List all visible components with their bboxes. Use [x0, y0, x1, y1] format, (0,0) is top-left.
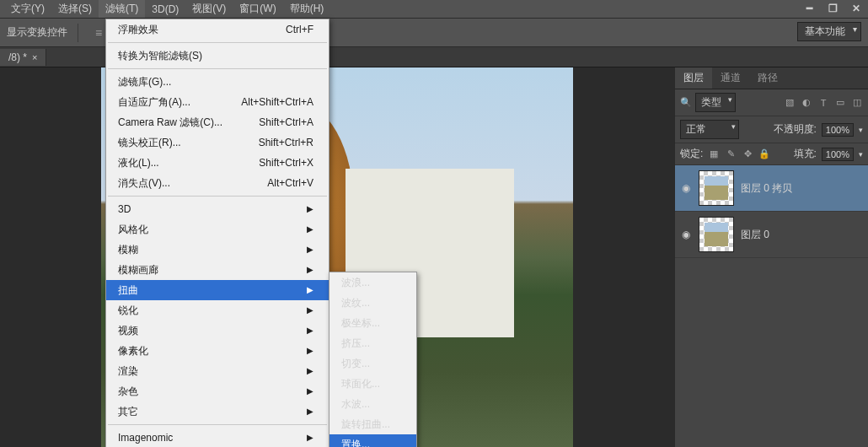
submenu-arrow-icon: ▶: [307, 405, 313, 418]
submenu-item[interactable]: 水波...: [330, 394, 416, 414]
menu-text[interactable]: 文字(Y): [4, 0, 51, 18]
submenu-item[interactable]: 极坐标...: [330, 313, 416, 333]
menu-separator: [108, 196, 327, 197]
layer-name[interactable]: 图层 0 拷贝: [741, 181, 792, 196]
close-tab-icon[interactable]: ×: [32, 52, 37, 62]
menu-3d[interactable]: 3D(D): [145, 2, 185, 17]
layer-name[interactable]: 图层 0: [741, 228, 769, 242]
document-tab[interactable]: /8) * ×: [0, 49, 46, 66]
menu-item-label: 滤镜库(G)...: [118, 75, 171, 89]
divider: [78, 24, 78, 42]
submenu-item[interactable]: 球面化...: [330, 374, 416, 394]
menu-item[interactable]: 模糊▶: [106, 240, 329, 260]
menu-item-label: 杂色: [118, 385, 138, 398]
layer-thumbnail[interactable]: [699, 217, 734, 252]
menu-item[interactable]: 转换为智能滤镜(S): [106, 46, 329, 66]
submenu-item-label: 挤压...: [341, 337, 370, 350]
window-controls: ━ ❐ ✕: [797, 0, 868, 17]
submenu-item[interactable]: 挤压...: [330, 333, 416, 353]
tab-paths[interactable]: 路径: [749, 67, 786, 89]
menu-item[interactable]: 自适应广角(A)...Alt+Shift+Ctrl+A: [106, 92, 329, 112]
menu-item-shortcut: Shift+Ctrl+A: [259, 116, 313, 129]
submenu-item[interactable]: 波纹...: [330, 293, 416, 313]
layer-row[interactable]: ◉ 图层 0 拷贝: [675, 165, 868, 212]
menu-item[interactable]: 浮雕效果Ctrl+F: [106, 19, 329, 40]
filter-adjust-icon[interactable]: ◐: [801, 97, 812, 109]
submenu-arrow-icon: ▶: [307, 364, 313, 378]
menu-item-label: 其它: [118, 405, 138, 418]
menu-filter[interactable]: 滤镜(T): [99, 0, 145, 18]
lock-transparency-icon[interactable]: ▦: [708, 148, 720, 160]
submenu-item-label: 旋转扭曲...: [341, 417, 390, 431]
menu-item[interactable]: 滤镜库(G)...: [106, 72, 329, 92]
layer-row[interactable]: ◉ 图层 0: [675, 212, 868, 258]
lock-label: 锁定:: [680, 147, 703, 161]
menu-help[interactable]: 帮助(H): [283, 0, 331, 18]
submenu-arrow-icon: ▶: [307, 283, 313, 297]
blend-mode-dropdown[interactable]: 正常: [680, 120, 739, 139]
panel-tabs: 图层 通道 路径: [675, 67, 868, 89]
submenu-item-label: 切变...: [341, 357, 370, 370]
lock-all-icon[interactable]: 🔒: [758, 148, 770, 160]
filter-pixel-icon[interactable]: ▧: [784, 97, 796, 109]
fill-value[interactable]: 100%: [822, 148, 854, 161]
menu-separator: [108, 424, 327, 425]
menu-select[interactable]: 选择(S): [51, 0, 99, 18]
submenu-arrow-icon: ▶: [307, 223, 313, 236]
submenu-arrow-icon: ▶: [307, 304, 313, 317]
visibility-icon[interactable]: ◉: [680, 182, 692, 194]
layer-kind-dropdown[interactable]: 类型: [695, 93, 736, 112]
chevron-down-icon[interactable]: ▾: [859, 150, 863, 159]
menu-item[interactable]: 消失点(V)...Alt+Ctrl+V: [106, 173, 329, 193]
menu-item[interactable]: 模糊画廊▶: [106, 260, 329, 280]
distort-submenu: 波浪...波纹...极坐标...挤压...切变...球面化...水波...旋转扭…: [329, 272, 417, 447]
maximize-button[interactable]: ❐: [821, 0, 844, 17]
chevron-down-icon[interactable]: ▾: [859, 126, 863, 134]
filter-smart-icon[interactable]: ◫: [851, 97, 863, 109]
filter-menu: 浮雕效果Ctrl+F转换为智能滤镜(S)滤镜库(G)...自适应广角(A)...…: [105, 19, 330, 447]
menu-item[interactable]: 镜头校正(R)...Shift+Ctrl+R: [106, 132, 329, 153]
close-button[interactable]: ✕: [844, 0, 868, 17]
filter-shape-icon[interactable]: ▭: [834, 97, 846, 109]
workspace-selector[interactable]: 基本功能: [797, 22, 861, 41]
submenu-arrow-icon: ▶: [307, 324, 313, 337]
menu-item[interactable]: 3D▶: [106, 199, 329, 219]
submenu-item[interactable]: 波浪...: [330, 272, 416, 293]
show-transform-controls-label: 显示变换控件: [7, 25, 67, 40]
menu-item[interactable]: Imagenomic▶: [106, 428, 329, 447]
menu-item[interactable]: 像素化▶: [106, 341, 329, 361]
submenu-item[interactable]: 切变...: [330, 353, 416, 374]
minimize-button[interactable]: ━: [797, 0, 821, 17]
tab-layers[interactable]: 图层: [675, 67, 712, 89]
menu-item[interactable]: Camera Raw 滤镜(C)...Shift+Ctrl+A: [106, 112, 329, 132]
submenu-item-label: 水波...: [341, 397, 370, 411]
menu-item-shortcut: Alt+Ctrl+V: [267, 176, 313, 190]
visibility-icon[interactable]: ◉: [680, 229, 692, 240]
menu-item-label: 自适应广角(A)...: [118, 95, 190, 109]
filter-type-icon[interactable]: T: [817, 97, 829, 109]
menu-window[interactable]: 窗口(W): [233, 0, 282, 18]
menu-item-shortcut: Shift+Ctrl+X: [259, 156, 313, 170]
menu-view[interactable]: 视图(V): [185, 0, 233, 18]
menu-item[interactable]: 杂色▶: [106, 381, 329, 401]
menu-separator: [108, 42, 327, 43]
menu-item-label: Camera Raw 滤镜(C)...: [118, 116, 222, 129]
layer-thumbnail[interactable]: [699, 170, 734, 206]
menu-item-label: 3D: [118, 202, 131, 216]
menu-item[interactable]: 锐化▶: [106, 300, 329, 320]
menu-item[interactable]: 视频▶: [106, 320, 329, 341]
menubar: 文字(Y) 选择(S) 滤镜(T) 3D(D) 视图(V) 窗口(W) 帮助(H…: [0, 0, 868, 19]
opacity-value[interactable]: 100%: [822, 123, 854, 137]
menu-item[interactable]: 扭曲▶: [106, 280, 329, 300]
lock-position-icon[interactable]: ✥: [742, 148, 753, 160]
lock-pixels-icon[interactable]: ✎: [725, 148, 737, 160]
submenu-arrow-icon: ▶: [307, 385, 313, 398]
menu-item[interactable]: 其它▶: [106, 401, 329, 422]
menu-item[interactable]: 渲染▶: [106, 361, 329, 381]
tab-channels[interactable]: 通道: [712, 67, 749, 89]
menu-item[interactable]: 液化(L)...Shift+Ctrl+X: [106, 153, 329, 173]
submenu-item[interactable]: 旋转扭曲...: [330, 414, 416, 434]
submenu-item[interactable]: 置换...: [330, 434, 416, 447]
menu-item[interactable]: 风格化▶: [106, 219, 329, 240]
menu-item-shortcut: Alt+Shift+Ctrl+A: [241, 95, 313, 109]
